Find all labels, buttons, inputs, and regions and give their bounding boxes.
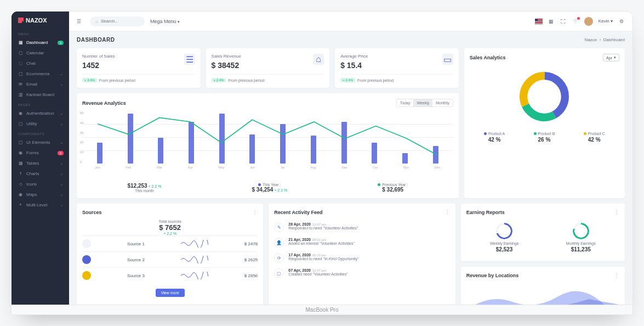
tab-monthly[interactable]: Monthly — [432, 99, 453, 106]
sales-analytics-card: Sales Analytics Apr▾ Product A42 % Produ… — [464, 48, 625, 198]
search-box[interactable]: ⌕ — [90, 16, 145, 26]
stat-card-price: Average Price $ 15.4 ▭ + 2.4%From previo… — [335, 48, 459, 88]
sidebar-item-calendar[interactable]: ▢Calendar — [12, 48, 69, 58]
stat-card-revenue: Sales Revenue $ 38452 ⌂ + 2.4%From previ… — [206, 48, 330, 88]
dashboard-icon: ▦ — [18, 40, 23, 45]
tab-today[interactable]: Today — [397, 99, 414, 106]
feed-item: ✎28 Apr, 202012:07 amResponded to need "… — [274, 220, 449, 235]
forms-icon: ◉ — [18, 150, 23, 155]
search-input[interactable] — [101, 19, 134, 24]
chevron-down-icon: ⌄ — [60, 82, 64, 87]
maps-icon: ◉ — [18, 192, 23, 197]
sidebar-section-menu: MENU — [12, 29, 69, 37]
sidebar-item-utility[interactable]: ▢Utility⌄ — [12, 119, 69, 129]
search-icon: ⌕ — [95, 19, 98, 24]
more-icon[interactable]: ⋮ — [614, 209, 619, 215]
chevron-down-icon: ⌄ — [60, 161, 64, 166]
period-tabs: Today Weekly Monthly — [396, 99, 453, 107]
email-icon: ✉ — [18, 82, 23, 87]
sidebar-item-kanban[interactable]: ▥Kanban Board — [12, 89, 69, 100]
earning-reports-card: Earning Reports⋮ Weekly Earnings$2,523 M… — [461, 204, 625, 261]
chevron-down-icon: ⌄ — [60, 140, 64, 145]
fullscreen-icon[interactable]: ⛶ — [560, 18, 567, 25]
sidebar-item-tables[interactable]: ▦Tables⌄ — [12, 158, 69, 168]
sidebar-item-forms[interactable]: ◉Forms6 — [12, 148, 69, 158]
share-icon: ⚬ — [18, 203, 23, 207]
sidebar-item-icons[interactable]: ◇Icons⌄ — [12, 179, 69, 189]
source-row: Source 2$ 2625 — [82, 251, 258, 267]
donut-chart — [517, 69, 572, 124]
language-flag-icon[interactable] — [535, 19, 543, 24]
feed-icon: ⟳ — [274, 253, 284, 263]
tables-icon: ▦ — [18, 161, 23, 166]
menu-toggle-icon[interactable]: ☰ — [77, 19, 84, 24]
topbar: ☰ ⌕ Mega Menu ▾ ▦ ⛶ ♡ Kevin ▾ ⚙ — [69, 12, 632, 31]
avatar[interactable] — [584, 17, 593, 26]
mega-menu-button[interactable]: Mega Menu ▾ — [150, 19, 180, 24]
sidebar-item-multi[interactable]: ⚬Multi Level⌄ — [12, 200, 69, 210]
chevron-down-icon: ⌄ — [60, 182, 64, 187]
more-icon[interactable]: ⋮ — [252, 209, 258, 215]
gear-icon[interactable]: ⚙ — [618, 18, 625, 25]
chevron-down-icon: ⌄ — [60, 71, 64, 76]
feed-item: ▢07 Apr, 202012:47 pmCreated need "Volun… — [274, 266, 449, 281]
sidebar-item-chat[interactable]: ◌Chat — [12, 58, 69, 69]
sidebar-item-ecommerce[interactable]: ▢Ecommerce⌄ — [12, 69, 69, 79]
sidebar-item-ui[interactable]: ▢UI Elements⌄ — [12, 137, 69, 148]
sidebar-item-email[interactable]: ✉Email⌄ — [12, 79, 69, 89]
feed-icon: ▢ — [274, 268, 284, 278]
brand-logo[interactable]: NAZOX — [12, 12, 69, 29]
revenue-chart: 50403020100 JanFebMarAprMayJunJulAugSepO… — [82, 111, 453, 177]
chevron-down-icon: ⌄ — [60, 192, 64, 197]
layers-icon: ☰ — [184, 54, 195, 65]
sidebar-item-maps[interactable]: ◉Maps⌄ — [12, 189, 69, 200]
sidebar: NAZOX MENU ▦Dashboard3 ▢Calendar ◌Chat ▢… — [12, 12, 69, 305]
calendar-icon: ▢ — [18, 50, 23, 55]
activity-feed-card: Recent Activity Feed⋮ ✎28 Apr, 202012:07… — [269, 204, 455, 305]
chevron-down-icon: ⌄ — [60, 203, 64, 207]
chat-icon: ◌ — [18, 61, 23, 66]
charts-icon: ⫯ — [18, 171, 23, 176]
feed-item: 👤21 Apr, 202008:01 pmAdded an interest "… — [274, 235, 449, 250]
sources-card: Sources⋮ Total sources$ 7652+ 2.2 % Sour… — [77, 204, 263, 305]
chevron-down-icon: ▾ — [614, 55, 616, 60]
icons-icon: ◇ — [18, 182, 23, 187]
period-select[interactable]: Apr▾ — [603, 54, 619, 61]
stat-card-sales: Number of Sales 1452 ☰ + 2.4%From previo… — [77, 48, 201, 88]
sidebar-item-charts[interactable]: ⫯Charts⌄ — [12, 168, 69, 179]
more-icon[interactable]: ⋮ — [444, 209, 450, 215]
chevron-down-icon: ⌄ — [60, 111, 64, 116]
chevron-down-icon: ⌄ — [60, 121, 64, 126]
chevron-down-icon: ▾ — [178, 20, 180, 24]
feed-icon: 👤 — [274, 238, 284, 248]
tab-weekly[interactable]: Weekly — [413, 99, 432, 106]
source-row: Source 1$ 2478 — [82, 235, 258, 251]
view-more-button[interactable]: View more — [156, 289, 185, 297]
kanban-icon: ▥ — [18, 92, 23, 97]
locations-card: Revenue by Locations⋮ California :$ 2542… — [461, 267, 625, 305]
laptop-label: MacBook Pro — [12, 305, 632, 314]
ecommerce-icon: ▢ — [18, 71, 23, 76]
briefcase-icon: ▭ — [442, 54, 453, 65]
more-icon[interactable]: ⋮ — [614, 272, 619, 278]
feed-icon: ✎ — [274, 222, 284, 232]
user-menu[interactable]: Kevin ▾ — [599, 19, 613, 24]
shop-icon: ⌂ — [313, 54, 324, 65]
utility-icon: ▢ — [18, 121, 23, 126]
sidebar-section-pages: PAGES — [12, 100, 69, 108]
page-title: DASHBOARD — [77, 37, 115, 43]
apps-icon[interactable]: ▦ — [548, 18, 555, 25]
breadcrumb: Nazox › Dashboard — [585, 37, 625, 42]
auth-icon: ◉ — [18, 111, 23, 116]
sidebar-section-components: COMPONENTS — [12, 129, 69, 137]
ui-icon: ▢ — [18, 140, 23, 145]
notification-bell-icon[interactable]: ♡ — [572, 18, 579, 25]
chevron-down-icon: ⌄ — [60, 171, 64, 176]
source-row: Source 3$ 2856 — [82, 267, 258, 283]
area-chart — [466, 283, 619, 305]
revenue-analytics-card: Revenue Analytics Today Weekly Monthly 5… — [77, 93, 459, 198]
sidebar-item-dashboard[interactable]: ▦Dashboard3 — [12, 37, 69, 48]
feed-item: ⟳17 Apr, 202005:10 pmResponded to need "… — [274, 250, 449, 266]
sidebar-item-auth[interactable]: ◉Authentication⌄ — [12, 108, 69, 119]
